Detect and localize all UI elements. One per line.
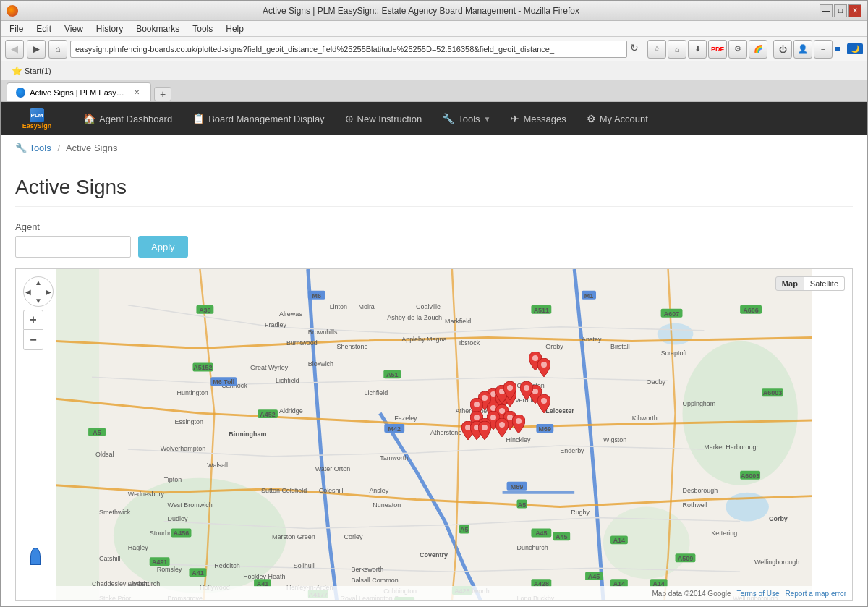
toolbar-icons: ☆ ⌂ ⬇ PDF ⚙ 🌈 ⏻ 👤 ≡ (647, 40, 833, 59)
toolbar-menu-icon[interactable]: ≡ (814, 40, 833, 59)
svg-text:A6003: A6003 (763, 389, 782, 396)
breadcrumb: 🔧 Tools / Active Signs (1, 135, 867, 161)
svg-text:Fazeley: Fazeley (394, 415, 417, 422)
pegman[interactable] (30, 548, 41, 565)
map-marker[interactable] (478, 421, 491, 442)
tab-close-button[interactable]: ✕ (132, 88, 142, 98)
toolbar-download-icon[interactable]: ⬇ (688, 40, 707, 59)
svg-text:M6 Toll: M6 Toll (213, 378, 234, 386)
svg-point-178 (482, 425, 488, 430)
svg-text:Tipton: Tipton (164, 476, 182, 483)
minimize-button[interactable]: — (820, 4, 833, 17)
svg-text:Huntington: Huntington (177, 389, 208, 396)
menu-bookmarks[interactable]: Bookmarks (130, 22, 185, 35)
menu-tools[interactable]: Tools (187, 22, 218, 35)
nav-tools[interactable]: 🔧 Tools ▼ (432, 102, 501, 135)
svg-text:M69: M69 (539, 425, 551, 433)
svg-text:M6: M6 (312, 292, 320, 300)
map-type-buttons: Map Satellite (775, 276, 845, 291)
nav-links: 🏠 Agent Dashboard 📋 Board Management Dis… (73, 102, 658, 135)
menu-help[interactable]: Help (220, 22, 250, 35)
map-type-map-button[interactable]: Map (775, 276, 804, 291)
pan-up-icon[interactable]: ▲ (35, 279, 42, 286)
toolbar-settings-icon[interactable]: ⚙ (728, 40, 747, 59)
toolbar-rainbow-icon[interactable]: 🌈 (749, 40, 767, 59)
close-button[interactable]: ✕ (848, 4, 861, 17)
toolbar-person-icon[interactable]: 👤 (793, 40, 812, 59)
pan-down-icon[interactable]: ▼ (35, 297, 42, 305)
svg-text:Moira: Moira (358, 303, 374, 310)
menu-view[interactable]: View (59, 22, 89, 35)
map-type-satellite-button[interactable]: Satellite (804, 276, 845, 291)
forward-button[interactable]: ▶ (27, 40, 46, 59)
svg-text:Shenstone: Shenstone (337, 343, 368, 350)
map-container[interactable]: Birmingham Leicester Lichfield Cannock W… (15, 268, 853, 601)
send-icon: ✈ (511, 113, 519, 124)
menu-file[interactable]: File (4, 22, 29, 35)
pan-right-icon[interactable]: ▶ (46, 288, 51, 296)
toolbar-pdf-icon[interactable]: PDF (708, 40, 727, 59)
house-icon: 🏠 (83, 113, 95, 124)
svg-text:Oadby: Oadby (647, 378, 666, 386)
filter-row: Apply (15, 236, 853, 258)
menu-edit[interactable]: Edit (30, 22, 57, 35)
menu-history[interactable]: History (90, 22, 129, 35)
svg-text:Kettering: Kettering (711, 530, 737, 537)
map-pan-control[interactable]: ▲ ▼ ◀ ▶ (23, 276, 54, 307)
svg-text:Wigston: Wigston (603, 436, 626, 443)
svg-text:Oldsal: Oldsal (95, 451, 114, 458)
map-footer: Map data ©2014 Google Terms of Use Repor… (16, 586, 852, 600)
map-marker[interactable] (537, 394, 550, 415)
sync-icon (835, 47, 840, 51)
home-button[interactable]: ⌂ (48, 40, 67, 59)
svg-text:Nuneaton: Nuneaton (373, 501, 401, 509)
zoom-in-button[interactable]: + (23, 310, 43, 330)
active-tab[interactable]: Active Signs | PLM EasySig... ✕ (7, 82, 151, 101)
map-marker[interactable] (503, 381, 516, 402)
back-button[interactable]: ◀ (5, 40, 24, 59)
zoom-out-button[interactable]: − (23, 330, 43, 350)
svg-text:Tamworth: Tamworth (380, 454, 408, 462)
svg-text:Brownhills: Brownhills (308, 328, 338, 336)
apply-button[interactable]: Apply (138, 236, 188, 258)
svg-text:A456: A456 (174, 530, 189, 537)
bookmark-star-icon: ⭐ (12, 66, 22, 76)
svg-text:Kibworth: Kibworth (632, 415, 658, 422)
tab-label: Active Signs | PLM EasySig... (30, 88, 128, 97)
svg-text:Smethwick: Smethwick (99, 509, 131, 516)
toolbar-home-icon[interactable]: ⌂ (668, 40, 686, 59)
toolbar-star-icon[interactable]: ☆ (647, 40, 666, 59)
report-error-link[interactable]: Report a map error (786, 590, 846, 598)
svg-text:Hagley: Hagley (128, 544, 148, 551)
map-marker[interactable] (495, 418, 509, 439)
map-marker[interactable] (512, 415, 525, 436)
breadcrumb-tools-link[interactable]: Tools (29, 143, 51, 153)
night-mode-icon[interactable]: 🌙 (847, 43, 863, 54)
toolbar-power-icon[interactable]: ⏻ (773, 40, 792, 59)
nav-my-account[interactable]: ⚙ My Account (576, 102, 658, 135)
address-bar[interactable] (70, 41, 627, 58)
wrench-icon: 🔧 (442, 113, 454, 124)
terms-of-use-link[interactable]: Terms of Use (737, 590, 780, 598)
nav-messages[interactable]: ✈ Messages (501, 102, 576, 135)
pan-left-icon[interactable]: ◀ (25, 288, 31, 296)
page-title: Active Signs (15, 176, 853, 207)
map-marker[interactable] (520, 381, 533, 402)
svg-text:Essington: Essington (175, 418, 203, 425)
nav-agent-dashboard[interactable]: 🏠 Agent Dashboard (73, 102, 182, 135)
maximize-button[interactable]: □ (834, 4, 847, 17)
svg-text:A6003: A6003 (741, 472, 760, 480)
window-controls: — □ ✕ (820, 4, 861, 17)
map-data-label: Map data ©2014 Google (652, 590, 731, 598)
new-tab-button[interactable]: + (154, 87, 171, 101)
nav-board-management[interactable]: 📋 Board Management Display (182, 102, 334, 135)
bookmark-start[interactable]: ⭐ Start(1) (7, 64, 56, 78)
reload-button[interactable]: ↻ (630, 42, 644, 56)
filter-agent-label: Agent (15, 221, 853, 232)
agent-input[interactable] (15, 236, 131, 258)
nav-new-instruction[interactable]: ⊕ New Instruction (335, 102, 433, 135)
svg-text:A511: A511 (534, 307, 549, 314)
svg-text:Birstall: Birstall (610, 343, 630, 350)
map-marker[interactable] (537, 358, 550, 379)
nav-messages-label: Messages (523, 114, 566, 124)
